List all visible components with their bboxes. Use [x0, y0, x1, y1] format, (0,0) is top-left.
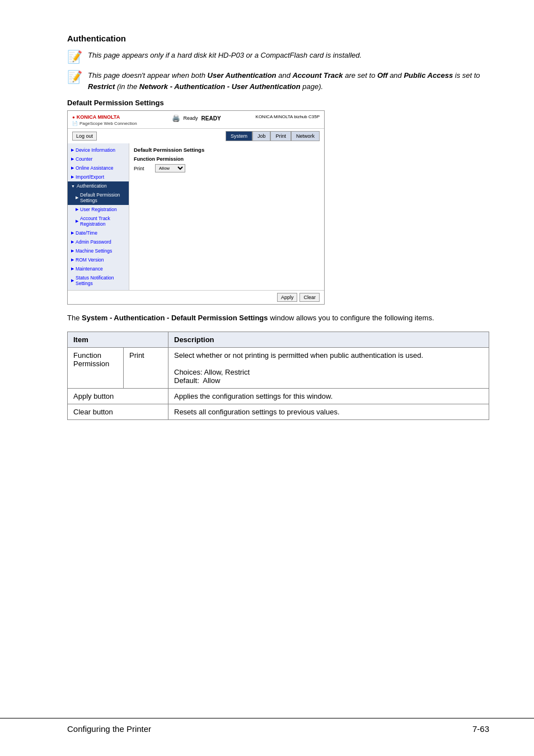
table-header-item: Item	[68, 332, 168, 347]
description-text: The System - Authentication - Default Pe…	[67, 312, 489, 324]
sidebar-item-status-notif[interactable]: ▶ Status Notification Settings	[68, 273, 129, 288]
logo-konica: KONICA MINOLTA	[72, 114, 137, 120]
sidebar-item-datetime[interactable]: ▶ Date/Time	[68, 228, 129, 237]
tab-job[interactable]: Job	[252, 131, 271, 141]
page-footer: Configuring the Printer 7-63	[0, 718, 534, 734]
sidebar-item-account-track[interactable]: ▶ Account Track Registration	[68, 214, 129, 228]
allow-select[interactable]: Allow Restrict	[155, 164, 185, 172]
table-cell-sub-1: Print	[124, 347, 168, 388]
status-icon: 🖨️	[172, 114, 180, 122]
screenshot-header: KONICA MINOLTA PageScope Web Connection …	[68, 111, 324, 129]
logo-area: KONICA MINOLTA PageScope Web Connection	[72, 114, 137, 126]
sidebar: ▶ Device Information ▶ Counter ▶ Online …	[68, 143, 129, 290]
permission-row: Print Allow Restrict	[134, 164, 320, 172]
subsection-title: Default Permission Settings	[67, 99, 489, 107]
section-title: Authentication	[67, 34, 489, 43]
device-name: KONICA MINOLTA bizhub C35P	[256, 114, 320, 119]
screenshot-body: ▶ Device Information ▶ Counter ▶ Online …	[68, 143, 324, 290]
note-block-1: 📝 This page appears only if a hard disk …	[67, 50, 489, 63]
table-cell-item-2: Apply button	[68, 388, 168, 404]
print-label: Print	[134, 166, 151, 171]
tab-print[interactable]: Print	[270, 131, 291, 141]
content-title: Default Permission Settings	[134, 147, 320, 153]
screenshot-box: KONICA MINOLTA PageScope Web Connection …	[67, 110, 325, 305]
status-ready: READY	[202, 115, 221, 122]
note-block-2: 📝 This page doesn't appear when both Use…	[67, 70, 489, 92]
tabs-area: System Job Print Network	[226, 131, 320, 141]
tab-network[interactable]: Network	[291, 131, 320, 141]
screenshot-footer: Apply Clear	[68, 290, 324, 304]
apply-button[interactable]: Apply	[277, 293, 298, 302]
sidebar-item-import[interactable]: ▶ Import/Export	[68, 172, 129, 181]
note-icon-2: 📝	[67, 71, 82, 83]
table-cell-item-3: Clear button	[68, 404, 168, 419]
footer-left: Configuring the Printer	[67, 724, 151, 734]
func-permission-label: Function Permission	[134, 156, 320, 162]
sidebar-item-device-info[interactable]: ▶ Device Information	[68, 146, 129, 155]
footer-right: 7-63	[472, 724, 489, 734]
logout-button[interactable]: Log out	[72, 132, 97, 141]
sidebar-item-authentication[interactable]: ▼ Authentication	[68, 181, 129, 190]
table-row: Clear button Resets all configuration se…	[68, 404, 489, 419]
note-text-1: This page appears only if a hard disk ki…	[88, 50, 362, 61]
tab-system[interactable]: System	[226, 131, 252, 141]
table-cell-desc-1: Select whether or not printing is permit…	[168, 347, 489, 388]
sidebar-item-counter[interactable]: ▶ Counter	[68, 155, 129, 164]
note-text-2: This page doesn't appear when both User …	[88, 70, 489, 92]
table-row: FunctionPermission Print Select whether …	[68, 347, 489, 388]
clear-button[interactable]: Clear	[299, 293, 320, 302]
logo-web: PageScope Web Connection	[72, 121, 137, 126]
note-icon-1: 📝	[67, 51, 82, 63]
table-header-desc: Description	[168, 332, 489, 347]
screenshot-nav: Log out System Job Print Network	[68, 129, 324, 143]
sidebar-item-user-reg[interactable]: ▶ User Registration	[68, 205, 129, 214]
sidebar-item-default-permission[interactable]: ▶ Default Permission Settings	[68, 190, 129, 205]
sidebar-item-rom[interactable]: ▶ ROM Version	[68, 255, 129, 264]
sidebar-item-online[interactable]: ▶ Online Assistance	[68, 164, 129, 172]
table-cell-desc-3: Resets all configuration settings to pre…	[168, 404, 489, 419]
table-row: Apply button Applies the configuration s…	[68, 388, 489, 404]
status-area: 🖨️ Ready READY	[172, 114, 221, 122]
main-content: Default Permission Settings Function Per…	[129, 143, 324, 290]
config-table: Item Description FunctionPermission Prin…	[67, 332, 489, 420]
table-cell-item-1: FunctionPermission	[68, 347, 124, 388]
sidebar-item-machine[interactable]: ▶ Machine Settings	[68, 246, 129, 255]
sidebar-item-admin-pw[interactable]: ▶ Admin Password	[68, 237, 129, 246]
status-text: Ready	[184, 115, 198, 121]
table-cell-desc-2: Applies the configuration settings for t…	[168, 388, 489, 404]
sidebar-item-maintenance[interactable]: ▶ Maintenance	[68, 264, 129, 273]
